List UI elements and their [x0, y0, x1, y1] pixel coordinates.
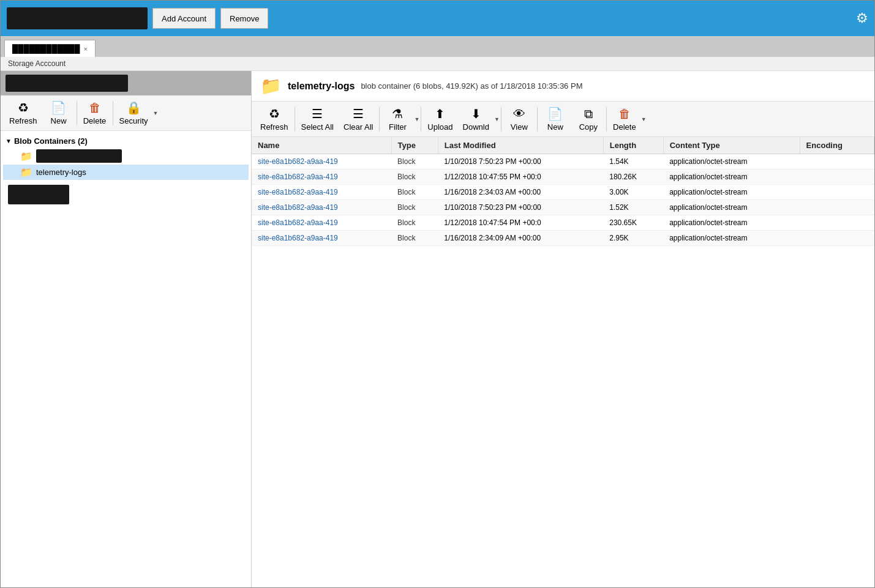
security-icon: 🔒 — [126, 100, 141, 115]
clear-all-button[interactable]: ☰ Clear All — [339, 104, 378, 134]
cell-last-modified: 1/10/2018 7:50:23 PM +00:00 — [438, 200, 603, 215]
table-row[interactable]: site-e8a1b682-a9aa-419 Block 1/16/2018 2… — [252, 231, 874, 246]
table-row[interactable]: site-e8a1b682-a9aa-419 Block 1/10/2018 7… — [252, 154, 874, 169]
cell-type: Block — [391, 154, 438, 169]
select-all-label: Select All — [301, 122, 334, 132]
downld-dropdown-arrow[interactable]: ▼ — [494, 116, 500, 122]
left-security-button[interactable]: 🔒 Security — [115, 98, 153, 128]
left-account-bar — [1, 71, 251, 95]
cell-content-type: application/octet-stream — [663, 200, 800, 215]
tab-account[interactable]: ████████████ × — [4, 40, 96, 57]
upload-button[interactable]: ⬆ Upload — [422, 104, 457, 134]
right-refresh-button[interactable]: ♻ Refresh — [255, 104, 293, 134]
separator-r6 — [606, 107, 607, 132]
cell-name: site-e8a1b682-a9aa-419 — [252, 154, 391, 169]
col-type: Type — [391, 137, 438, 154]
tree-item-name-redacted — [36, 149, 122, 163]
redacted-block — [8, 185, 69, 204]
cell-length: 230.65K — [603, 215, 663, 231]
col-last-modified: Last Modified — [438, 137, 603, 154]
cell-content-type: application/octet-stream — [663, 185, 800, 200]
remove-button[interactable]: Remove — [220, 8, 268, 29]
cell-last-modified: 1/16/2018 2:34:09 AM +00:00 — [438, 231, 603, 246]
cell-encoding — [800, 200, 874, 215]
copy-button[interactable]: ⧉ Copy — [572, 105, 605, 134]
tab-close-icon[interactable]: × — [84, 45, 88, 53]
tree-group-label: Blob Containers (2) — [14, 136, 88, 146]
download-button[interactable]: ⬇ Downld — [458, 104, 494, 134]
tree-group-blob-containers[interactable]: ▼ Blob Containers (2) — [3, 135, 249, 147]
tree-item-telemetry-logs[interactable]: 📁 telemetry-logs — [3, 165, 249, 180]
tab-label: ████████████ — [12, 44, 80, 53]
cell-name: site-e8a1b682-a9aa-419 — [252, 231, 391, 246]
tree-item-redacted[interactable]: 📁 — [3, 147, 249, 165]
cell-last-modified: 1/10/2018 7:50:23 PM +00:00 — [438, 154, 603, 169]
cell-length: 2.95K — [603, 231, 663, 246]
table-header-row: Name Type Last Modified Length Content T… — [252, 137, 874, 154]
right-delete-icon: 🗑 — [618, 107, 631, 121]
select-all-button[interactable]: ☰ Select All — [296, 104, 339, 134]
cell-last-modified: 1/16/2018 2:34:03 AM +00:00 — [438, 185, 603, 200]
tree-item-label-telemetry: telemetry-logs — [36, 168, 86, 177]
filter-dropdown-arrow[interactable]: ▼ — [414, 116, 419, 122]
left-delete-label: Delete — [83, 116, 107, 125]
left-panel: ♻ Refresh 📄 New 🗑 Delete 🔒 Security ▼ — [1, 71, 252, 587]
view-button[interactable]: 👁 View — [503, 105, 536, 134]
cell-content-type: application/octet-stream — [663, 215, 800, 231]
cell-length: 1.54K — [603, 154, 663, 169]
new-icon: 📄 — [51, 100, 66, 115]
security-dropdown-arrow[interactable]: ▼ — [153, 110, 159, 116]
cell-encoding — [800, 154, 874, 169]
add-account-button[interactable]: Add Account — [152, 8, 216, 29]
bottom-redacted-area — [3, 180, 249, 209]
container-name: telemetry-logs — [288, 81, 355, 92]
separator-r3 — [421, 107, 421, 132]
table-row[interactable]: site-e8a1b682-a9aa-419 Block 1/12/2018 1… — [252, 169, 874, 185]
container-header: 📁 telemetry-logs blob container (6 blobs… — [252, 71, 874, 102]
separator-r4 — [501, 107, 501, 132]
left-new-label: New — [51, 116, 67, 125]
container-folder-icon: 📁 — [260, 76, 282, 96]
separator-r1 — [295, 107, 295, 132]
folder-icon-2: 📁 — [20, 166, 32, 178]
separator-1 — [77, 101, 77, 125]
blob-table: Name Type Last Modified Length Content T… — [252, 137, 874, 246]
cell-encoding — [800, 231, 874, 246]
right-refresh-label: Refresh — [260, 122, 288, 132]
title-bar: Add Account Remove ⚙ — [1, 1, 874, 36]
view-label: View — [511, 122, 528, 132]
upload-icon: ⬆ — [435, 106, 445, 121]
right-new-button[interactable]: 📄 New — [539, 104, 572, 134]
settings-gear-button[interactable]: ⚙ — [856, 10, 868, 26]
filter-label: Filter — [389, 122, 407, 132]
download-label: Downld — [463, 122, 489, 132]
left-delete-button[interactable]: 🗑 Delete — [78, 99, 111, 128]
filter-button[interactable]: ⚗ Filter — [381, 104, 414, 134]
tree: ▼ Blob Containers (2) 📁 📁 telemetry-logs — [1, 131, 251, 587]
table-body: site-e8a1b682-a9aa-419 Block 1/10/2018 7… — [252, 154, 874, 246]
delete-dropdown-arrow[interactable]: ▼ — [641, 116, 647, 122]
separator-r2 — [379, 107, 380, 132]
table-row[interactable]: site-e8a1b682-a9aa-419 Block 1/16/2018 2… — [252, 185, 874, 200]
copy-icon: ⧉ — [584, 107, 593, 121]
cell-encoding — [800, 215, 874, 231]
table-row[interactable]: site-e8a1b682-a9aa-419 Block 1/10/2018 7… — [252, 200, 874, 215]
table-row[interactable]: site-e8a1b682-a9aa-419 Block 1/12/2018 1… — [252, 215, 874, 231]
left-refresh-button[interactable]: ♻ Refresh — [4, 98, 42, 128]
right-delete-button[interactable]: 🗑 Delete — [608, 105, 641, 134]
copy-label: Copy — [579, 122, 598, 132]
cell-content-type: application/octet-stream — [663, 154, 800, 169]
blob-table-container: Name Type Last Modified Length Content T… — [252, 137, 874, 587]
main-content: ♻ Refresh 📄 New 🗑 Delete 🔒 Security ▼ — [1, 71, 874, 587]
left-new-button[interactable]: 📄 New — [42, 98, 75, 128]
separator-2 — [113, 101, 113, 125]
cell-type: Block — [391, 200, 438, 215]
col-encoding: Encoding — [800, 137, 874, 154]
right-toolbar: ♻ Refresh ☰ Select All ☰ Clear All ⚗ Fil… — [252, 102, 874, 137]
main-window: Add Account Remove ⚙ ████████████ × Stor… — [0, 0, 875, 588]
view-icon: 👁 — [513, 107, 525, 121]
upload-label: Upload — [427, 122, 453, 132]
chevron-down-icon: ▼ — [6, 138, 12, 144]
cell-name: site-e8a1b682-a9aa-419 — [252, 169, 391, 185]
container-meta: blob container (6 blobs, 419.92K) as of … — [361, 81, 582, 91]
